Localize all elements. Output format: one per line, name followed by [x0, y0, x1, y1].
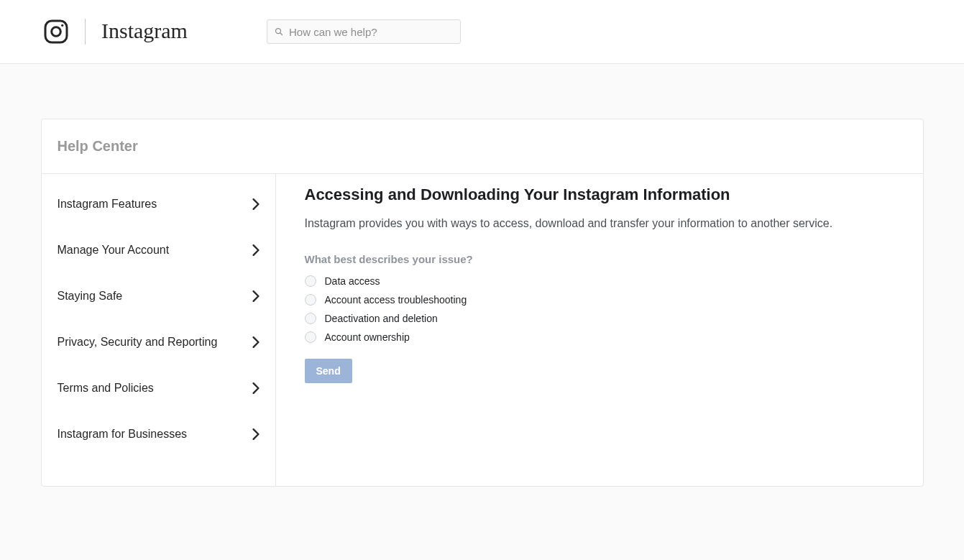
- top-bar: Instagram: [0, 0, 964, 64]
- sidebar-item-features[interactable]: Instagram Features: [42, 181, 275, 227]
- svg-point-1: [52, 27, 61, 37]
- option-label: Deactivation and deletion: [325, 313, 438, 324]
- sidebar-item-privacy-security[interactable]: Privacy, Security and Reporting: [42, 319, 275, 365]
- sidebar-item-label: Instagram Features: [58, 198, 157, 211]
- help-center-header: Help Center: [42, 119, 923, 174]
- search-input[interactable]: [289, 26, 453, 38]
- sidebar-item-label: Instagram for Businesses: [58, 428, 188, 441]
- chevron-right-icon: [252, 336, 260, 348]
- sidebar-item-terms-policies[interactable]: Terms and Policies: [42, 365, 275, 411]
- instagram-wordmark-icon: Instagram: [101, 15, 195, 48]
- option-account-access-troubleshooting[interactable]: Account access troubleshooting: [305, 294, 894, 306]
- radio-icon[interactable]: [305, 331, 316, 343]
- issue-question: What best describes your issue?: [305, 253, 894, 265]
- sidebar-item-manage-account[interactable]: Manage Your Account: [42, 227, 275, 273]
- chevron-right-icon: [252, 428, 260, 440]
- option-data-access[interactable]: Data access: [305, 275, 894, 287]
- search-box[interactable]: [267, 19, 461, 44]
- svg-text:Instagram: Instagram: [101, 19, 188, 42]
- sidebar-item-label: Staying Safe: [58, 290, 123, 303]
- sidebar-item-businesses[interactable]: Instagram for Businesses: [42, 411, 275, 457]
- option-label: Account ownership: [325, 331, 410, 343]
- sidebar-nav: Instagram Features Manage Your Account S…: [42, 174, 276, 486]
- radio-icon[interactable]: [305, 313, 316, 324]
- option-account-ownership[interactable]: Account ownership: [305, 331, 894, 343]
- logo-group[interactable]: Instagram: [43, 15, 195, 48]
- article-content: Accessing and Downloading Your Instagram…: [276, 174, 923, 486]
- chevron-right-icon: [252, 198, 260, 210]
- instagram-glyph-icon: [43, 19, 69, 45]
- send-button[interactable]: Send: [305, 359, 352, 383]
- svg-point-2: [61, 24, 63, 27]
- chevron-right-icon: [252, 290, 260, 302]
- sidebar-item-staying-safe[interactable]: Staying Safe: [42, 273, 275, 319]
- chevron-right-icon: [252, 244, 260, 256]
- radio-icon[interactable]: [305, 294, 316, 306]
- option-deactivation-deletion[interactable]: Deactivation and deletion: [305, 313, 894, 324]
- chevron-right-icon: [252, 382, 260, 394]
- help-center-title: Help Center: [58, 138, 907, 155]
- option-label: Account access troubleshooting: [325, 294, 467, 306]
- article-lead: Instagram provides you with ways to acce…: [305, 217, 894, 230]
- option-label: Data access: [325, 275, 380, 287]
- sidebar-item-label: Privacy, Security and Reporting: [58, 336, 218, 349]
- svg-line-5: [280, 33, 283, 35]
- help-center-panel: Help Center Instagram Features Manage Yo…: [41, 119, 924, 487]
- sidebar-item-label: Terms and Policies: [58, 382, 154, 395]
- article-title: Accessing and Downloading Your Instagram…: [305, 185, 894, 204]
- radio-icon[interactable]: [305, 275, 316, 287]
- svg-rect-0: [45, 21, 67, 42]
- sidebar-item-label: Manage Your Account: [58, 244, 170, 257]
- search-icon: [275, 27, 283, 36]
- logo-divider: [85, 19, 86, 45]
